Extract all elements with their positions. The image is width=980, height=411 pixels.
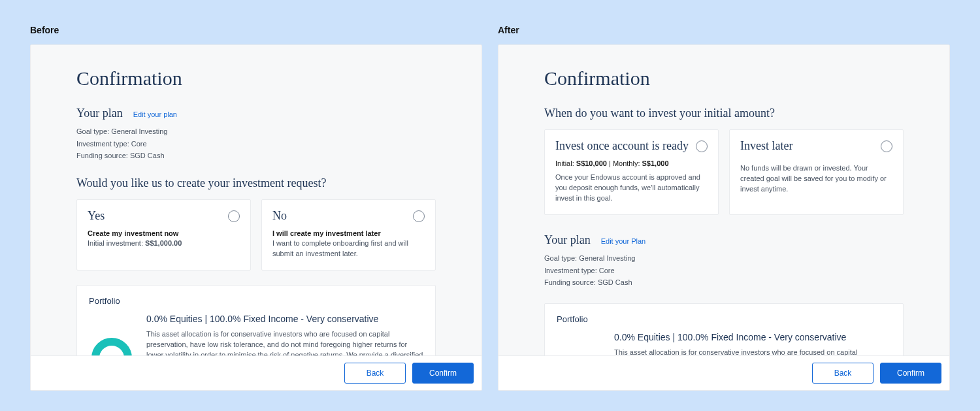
page-title: Confirmation — [76, 67, 436, 90]
radio-icon — [413, 210, 425, 222]
funding-source: Funding source: SGD Cash — [544, 276, 904, 289]
edit-your-plan-link[interactable]: Edit your plan — [133, 110, 177, 118]
funding-source: Funding source: SGD Cash — [76, 150, 436, 162]
option-invest-now-body: Once your Endowus account is approved an… — [555, 173, 708, 204]
back-button[interactable]: Back — [344, 363, 406, 384]
your-plan-heading: Your plan — [76, 107, 123, 120]
page-title: Confirmation — [544, 67, 904, 90]
option-invest-now-title: Invest once account is ready — [555, 139, 708, 153]
option-no-subtitle: I will create my investment later — [272, 229, 425, 237]
radio-icon — [228, 210, 240, 222]
option-yes-body: Initial investment: S$1,000.00 — [88, 238, 240, 249]
after-panel: Confirmation When do you want to invest … — [498, 44, 950, 391]
portfolio-headline: 0.0% Equities | 100.0% Fixed Income - Ve… — [614, 332, 891, 342]
option-invest-later-title: Invest later — [740, 139, 892, 153]
option-invest-now-card[interactable]: Invest once account is ready Initial: S$… — [544, 129, 719, 215]
goal-type: Goal type: General Investing — [544, 252, 904, 265]
radio-icon — [881, 140, 892, 152]
goal-type: Goal type: General Investing — [76, 125, 436, 138]
edit-your-plan-link[interactable]: Edit your Plan — [601, 237, 645, 245]
investment-type: Investment type: Core — [544, 265, 904, 277]
footer-bar: Back Confirm — [31, 355, 482, 390]
confirm-button[interactable]: Confirm — [412, 363, 474, 384]
after-label: After — [498, 25, 950, 35]
option-invest-later-body: No funds will be drawn or invested. Your… — [740, 163, 892, 195]
footer-bar: Back Confirm — [498, 355, 949, 390]
option-no-card[interactable]: No I will create my investment later I w… — [261, 199, 436, 271]
portfolio-heading: Portfolio — [557, 314, 891, 324]
confirm-button[interactable]: Confirm — [880, 363, 941, 384]
option-invest-now-amounts: Initial: S$10,000 | Monthly: S$1,000 — [555, 159, 708, 167]
option-no-title: No — [272, 209, 425, 223]
create-request-question: Would you like us to create your investm… — [76, 176, 436, 190]
radio-icon — [696, 140, 708, 152]
back-button[interactable]: Back — [812, 363, 874, 384]
option-invest-later-card[interactable]: Invest later No funds will be drawn or i… — [729, 129, 904, 215]
option-yes-card[interactable]: Yes Create my investment now Initial inv… — [76, 199, 251, 271]
before-label: Before — [30, 25, 482, 35]
portfolio-heading: Portfolio — [89, 296, 423, 306]
option-yes-title: Yes — [88, 209, 240, 223]
investment-type: Investment type: Core — [76, 138, 436, 150]
portfolio-headline: 0.0% Equities | 100.0% Fixed Income - Ve… — [146, 314, 423, 324]
when-invest-question: When do you want to invest your initial … — [544, 107, 904, 120]
option-yes-subtitle: Create my investment now — [88, 229, 240, 237]
before-panel: Confirmation Your plan Edit your plan Go… — [30, 44, 482, 391]
option-no-body: I want to complete onboarding first and … — [272, 238, 425, 259]
your-plan-heading: Your plan — [544, 233, 591, 247]
